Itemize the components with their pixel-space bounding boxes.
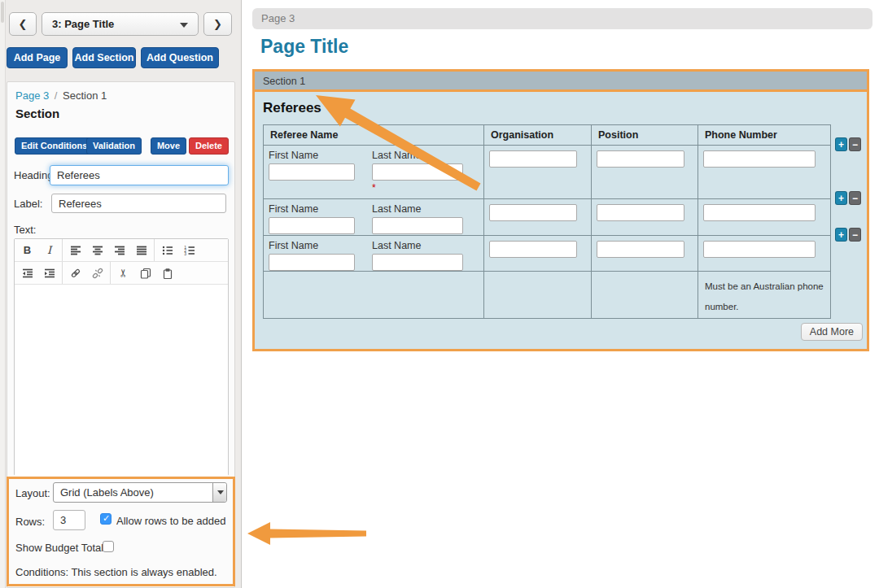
phone-validation-note: Must be an Australian phone number. <box>698 272 830 318</box>
first-name-input[interactable] <box>269 254 355 271</box>
first-name-group: First Name <box>269 240 362 271</box>
add-row-button[interactable]: + <box>835 191 847 205</box>
numbered-list-icon[interactable]: 1 2 3 <box>178 239 200 261</box>
page-selector-dropdown[interactable]: 3: Page Title <box>42 12 199 36</box>
column-header-organisation: Organisation <box>484 125 592 146</box>
edit-conditions-button[interactable]: Edit Conditions <box>15 137 94 155</box>
remove-row-button[interactable]: − <box>849 137 861 151</box>
breadcrumb-section: Section 1 <box>63 89 107 102</box>
editor-toolbar-row-2: ✂ <box>15 262 228 285</box>
form-preview-area: Page 3 Page Title Section 1 Referees Ref… <box>242 0 879 588</box>
label-field-label: Label: <box>14 198 42 210</box>
last-name-input[interactable] <box>372 254 463 271</box>
phone-number-input[interactable] <box>703 241 816 258</box>
text-field-label: Text: <box>14 224 36 236</box>
remove-row-button[interactable]: − <box>849 191 861 205</box>
row-1-buttons: + − <box>835 137 861 151</box>
last-name-label: Last Name <box>372 150 463 161</box>
cut-icon[interactable]: ✂ <box>112 262 134 284</box>
position-input[interactable] <box>597 204 684 221</box>
previous-page-button[interactable]: ❮ <box>9 12 37 36</box>
add-page-button[interactable]: Add Page <box>7 47 68 68</box>
row-3-buttons: + − <box>835 228 861 242</box>
italic-icon[interactable]: I <box>38 239 60 261</box>
required-marker: * <box>372 182 463 194</box>
add-more-button[interactable]: Add More <box>801 323 863 341</box>
add-section-button[interactable]: Add Section <box>72 47 136 68</box>
section-editor-panel: Page 3 / Section 1 Section Edit Conditio… <box>7 81 235 588</box>
page-title: Page Title <box>260 36 348 58</box>
indent-icon[interactable] <box>38 262 60 284</box>
move-button[interactable]: Move <box>151 137 186 155</box>
first-name-label: First Name <box>269 240 362 251</box>
allow-rows-label: Allow rows to be added <box>116 515 225 527</box>
editor-content-area[interactable] <box>15 285 228 476</box>
first-name-group: First Name <box>269 150 362 181</box>
grid-header-row: Referee Name Organisation Position Phone… <box>264 125 831 146</box>
last-name-label: Last Name <box>372 203 463 215</box>
section-settings-highlight-box: Layout: Grid (Labels Above) Rows: Allow … <box>7 477 235 586</box>
first-name-input[interactable] <box>269 217 355 234</box>
column-header-position: Position <box>592 125 698 146</box>
first-name-input[interactable] <box>269 163 355 181</box>
phone-number-input[interactable] <box>703 150 816 168</box>
grid-row-2: First Name Last Name <box>264 199 831 236</box>
remove-row-button[interactable]: − <box>849 228 861 242</box>
last-name-group: Last Name <box>372 240 463 271</box>
link-icon[interactable] <box>64 262 86 284</box>
last-name-group: Last Name <box>372 203 463 234</box>
add-row-button[interactable]: + <box>835 228 847 242</box>
budget-total-checkbox[interactable] <box>103 541 114 552</box>
column-header-phone-number: Phone Number <box>698 125 831 146</box>
scrollbar-thumb[interactable] <box>1 2 4 23</box>
copy-icon[interactable] <box>134 262 156 284</box>
grid-row-1: First Name Last Name * <box>264 146 831 199</box>
bold-icon[interactable]: B <box>16 239 38 261</box>
add-row-button[interactable]: + <box>835 137 847 151</box>
heading-input[interactable] <box>50 165 229 185</box>
rows-label: Rows: <box>15 516 45 528</box>
page-selector-value: 3: Page Title <box>52 18 114 30</box>
rows-input[interactable] <box>53 510 85 530</box>
position-input[interactable] <box>597 241 684 258</box>
section-content-panel: Referees Referee Name Organisation Posit… <box>255 92 867 349</box>
window-scroll-gutter <box>0 0 6 588</box>
rich-text-editor: B I <box>14 238 229 476</box>
breadcrumb-page-link[interactable]: Page 3 <box>15 89 49 102</box>
label-input[interactable] <box>51 194 226 213</box>
page-tab[interactable]: Page 3 <box>252 8 872 29</box>
unlink-icon[interactable] <box>86 262 108 284</box>
align-center-icon[interactable] <box>86 239 108 261</box>
layout-select[interactable]: Grid (Labels Above) <box>53 482 227 503</box>
layout-label: Layout: <box>15 487 50 499</box>
phone-number-input[interactable] <box>703 204 816 221</box>
paste-icon[interactable] <box>156 262 178 284</box>
last-name-input[interactable] <box>372 217 463 234</box>
layout-select-value: Grid (Labels Above) <box>60 486 154 499</box>
position-input[interactable] <box>597 150 684 168</box>
organisation-input[interactable] <box>489 204 577 221</box>
first-name-label: First Name <box>269 150 362 161</box>
organisation-input[interactable] <box>489 150 577 168</box>
grid-heading: Referees <box>263 100 867 116</box>
organisation-input[interactable] <box>489 241 577 258</box>
referees-grid-table: Referee Name Organisation Position Phone… <box>263 124 831 319</box>
section-header-bar[interactable]: Section 1 <box>255 72 867 92</box>
next-page-button[interactable]: ❯ <box>203 12 232 36</box>
align-left-icon[interactable] <box>64 239 86 261</box>
budget-total-label: Show Budget Total: <box>15 542 107 554</box>
outdent-icon[interactable] <box>16 262 38 284</box>
bullet-list-icon[interactable] <box>156 239 178 261</box>
grid-row-3: First Name Last Name <box>264 236 831 272</box>
validation-button[interactable]: Validation <box>86 137 142 155</box>
allow-rows-checkbox[interactable] <box>100 513 112 525</box>
editor-title: Section <box>15 107 59 120</box>
add-question-button[interactable]: Add Question <box>141 47 219 68</box>
align-justify-icon[interactable] <box>130 239 152 261</box>
delete-button[interactable]: Delete <box>189 137 229 155</box>
last-name-group: Last Name * <box>372 150 463 194</box>
breadcrumb-separator: / <box>52 89 60 102</box>
last-name-input[interactable] <box>372 163 463 181</box>
align-right-icon[interactable] <box>108 239 130 261</box>
select-arrow-button[interactable] <box>212 483 226 502</box>
